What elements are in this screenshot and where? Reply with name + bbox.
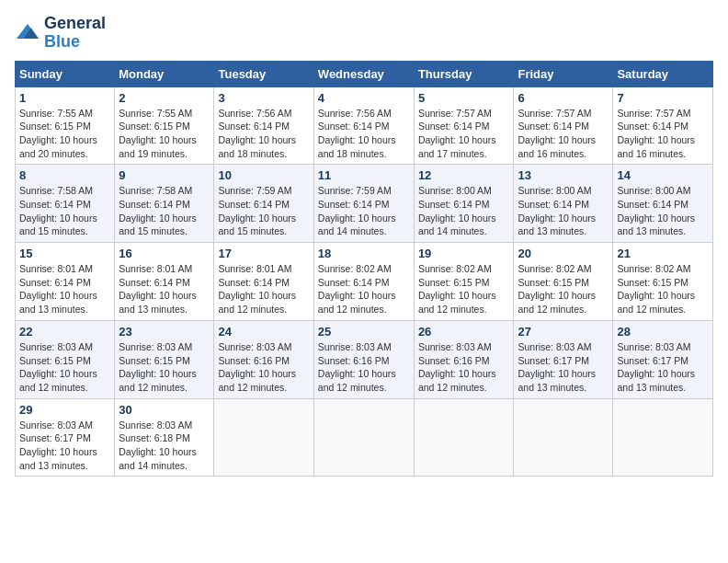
day-cell: 28Sunrise: 8:03 AMSunset: 6:17 PMDayligh… [613, 320, 713, 398]
header-cell-thursday: Thursday [414, 61, 514, 86]
logo: General Blue [15, 15, 106, 52]
day-info: Sunrise: 8:00 AMSunset: 6:14 PMDaylight:… [617, 184, 709, 238]
day-number: 20 [518, 247, 609, 260]
day-number: 25 [318, 325, 410, 339]
day-number: 16 [119, 247, 210, 260]
day-info: Sunrise: 7:56 AMSunset: 6:14 PMDaylight:… [218, 107, 309, 161]
day-number: 14 [617, 168, 709, 182]
day-info: Sunrise: 8:02 AMSunset: 6:14 PMDaylight:… [318, 262, 410, 316]
day-number: 19 [418, 247, 510, 260]
day-cell: 18Sunrise: 8:02 AMSunset: 6:14 PMDayligh… [313, 243, 414, 321]
day-number: 18 [318, 247, 410, 260]
day-number: 8 [19, 168, 110, 182]
day-info: Sunrise: 7:59 AMSunset: 6:14 PMDaylight:… [218, 184, 309, 238]
day-info: Sunrise: 8:02 AMSunset: 6:15 PMDaylight:… [418, 262, 510, 316]
week-row-3: 15Sunrise: 8:01 AMSunset: 6:14 PMDayligh… [16, 243, 713, 321]
day-info: Sunrise: 8:00 AMSunset: 6:14 PMDaylight:… [418, 184, 510, 238]
day-info: Sunrise: 8:03 AMSunset: 6:16 PMDaylight:… [418, 340, 510, 395]
day-number: 28 [617, 325, 709, 339]
day-number: 6 [518, 91, 609, 105]
day-number: 4 [318, 91, 410, 105]
day-number: 13 [518, 168, 609, 182]
day-cell: 21Sunrise: 8:02 AMSunset: 6:15 PMDayligh… [613, 243, 713, 321]
day-cell: 17Sunrise: 8:01 AMSunset: 6:14 PMDayligh… [214, 243, 313, 321]
day-info: Sunrise: 8:03 AMSunset: 6:17 PMDaylight:… [518, 340, 609, 395]
day-cell: 29Sunrise: 8:03 AMSunset: 6:17 PMDayligh… [16, 398, 115, 477]
day-cell: 25Sunrise: 8:03 AMSunset: 6:16 PMDayligh… [313, 320, 414, 398]
logo-icon [15, 20, 40, 46]
day-cell: 13Sunrise: 8:00 AMSunset: 6:14 PMDayligh… [514, 165, 613, 243]
header-cell-friday: Friday [514, 61, 613, 86]
day-info: Sunrise: 8:03 AMSunset: 6:17 PMDaylight:… [617, 340, 709, 395]
day-info: Sunrise: 8:00 AMSunset: 6:14 PMDaylight:… [518, 184, 609, 238]
day-cell: 12Sunrise: 8:00 AMSunset: 6:14 PMDayligh… [414, 165, 514, 243]
day-number: 7 [617, 91, 709, 105]
day-cell: 20Sunrise: 8:02 AMSunset: 6:15 PMDayligh… [514, 243, 613, 321]
calendar-body: 1Sunrise: 7:55 AMSunset: 6:15 PMDaylight… [16, 86, 713, 477]
day-info: Sunrise: 8:03 AMSunset: 6:17 PMDaylight:… [19, 419, 110, 473]
day-cell: 11Sunrise: 7:59 AMSunset: 6:14 PMDayligh… [313, 165, 414, 243]
day-number: 3 [218, 91, 309, 105]
header-cell-tuesday: Tuesday [214, 61, 313, 86]
day-number: 1 [19, 91, 110, 105]
day-number: 22 [19, 325, 110, 339]
day-cell: 19Sunrise: 8:02 AMSunset: 6:15 PMDayligh… [414, 243, 514, 321]
day-number: 9 [119, 168, 210, 182]
day-info: Sunrise: 7:57 AMSunset: 6:14 PMDaylight:… [617, 107, 709, 161]
calendar-table: SundayMondayTuesdayWednesdayThursdayFrid… [15, 61, 713, 477]
day-info: Sunrise: 8:01 AMSunset: 6:14 PMDaylight:… [19, 262, 110, 316]
day-info: Sunrise: 8:03 AMSunset: 6:16 PMDaylight:… [218, 340, 309, 395]
day-info: Sunrise: 8:02 AMSunset: 6:15 PMDaylight:… [518, 262, 609, 316]
day-number: 21 [617, 247, 709, 260]
day-cell: 26Sunrise: 8:03 AMSunset: 6:16 PMDayligh… [414, 320, 514, 398]
calendar-header: SundayMondayTuesdayWednesdayThursdayFrid… [16, 61, 713, 86]
day-number: 26 [418, 325, 510, 339]
day-number: 17 [218, 247, 309, 260]
day-cell: 7Sunrise: 7:57 AMSunset: 6:14 PMDaylight… [613, 86, 713, 165]
day-info: Sunrise: 7:57 AMSunset: 6:14 PMDaylight:… [518, 107, 609, 161]
day-cell: 9Sunrise: 7:58 AMSunset: 6:14 PMDaylight… [115, 165, 214, 243]
day-info: Sunrise: 7:58 AMSunset: 6:14 PMDaylight:… [19, 184, 110, 238]
header-cell-wednesday: Wednesday [313, 61, 414, 86]
day-info: Sunrise: 8:03 AMSunset: 6:15 PMDaylight:… [19, 340, 110, 395]
day-cell: 16Sunrise: 8:01 AMSunset: 6:14 PMDayligh… [115, 243, 214, 321]
day-cell: 22Sunrise: 8:03 AMSunset: 6:15 PMDayligh… [16, 320, 115, 398]
week-row-4: 22Sunrise: 8:03 AMSunset: 6:15 PMDayligh… [16, 320, 713, 398]
day-cell: 1Sunrise: 7:55 AMSunset: 6:15 PMDaylight… [16, 86, 115, 165]
day-cell [313, 398, 414, 477]
day-cell: 27Sunrise: 8:03 AMSunset: 6:17 PMDayligh… [514, 320, 613, 398]
day-info: Sunrise: 8:01 AMSunset: 6:14 PMDaylight:… [119, 262, 210, 316]
day-cell: 23Sunrise: 8:03 AMSunset: 6:15 PMDayligh… [115, 320, 214, 398]
day-number: 2 [119, 91, 210, 105]
day-info: Sunrise: 8:03 AMSunset: 6:16 PMDaylight:… [318, 340, 410, 395]
day-cell: 15Sunrise: 8:01 AMSunset: 6:14 PMDayligh… [16, 243, 115, 321]
header: General Blue [15, 15, 713, 52]
day-number: 27 [518, 325, 609, 339]
day-cell [214, 398, 313, 477]
day-cell: 5Sunrise: 7:57 AMSunset: 6:14 PMDaylight… [414, 86, 514, 165]
day-cell: 3Sunrise: 7:56 AMSunset: 6:14 PMDaylight… [214, 86, 313, 165]
day-cell: 2Sunrise: 7:55 AMSunset: 6:15 PMDaylight… [115, 86, 214, 165]
day-number: 15 [19, 247, 110, 260]
day-number: 12 [418, 168, 510, 182]
day-number: 23 [119, 325, 210, 339]
logo-text: General Blue [44, 15, 106, 52]
day-number: 11 [318, 168, 410, 182]
header-cell-saturday: Saturday [613, 61, 713, 86]
day-number: 10 [218, 168, 309, 182]
day-info: Sunrise: 7:55 AMSunset: 6:15 PMDaylight:… [19, 107, 110, 161]
day-cell: 10Sunrise: 7:59 AMSunset: 6:14 PMDayligh… [214, 165, 313, 243]
day-number: 24 [218, 325, 309, 339]
day-info: Sunrise: 8:03 AMSunset: 6:15 PMDaylight:… [119, 340, 210, 395]
day-cell [514, 398, 613, 477]
day-info: Sunrise: 8:01 AMSunset: 6:14 PMDaylight:… [218, 262, 309, 316]
day-cell [414, 398, 514, 477]
day-number: 29 [19, 403, 110, 417]
day-info: Sunrise: 8:02 AMSunset: 6:15 PMDaylight:… [617, 262, 709, 316]
day-info: Sunrise: 7:56 AMSunset: 6:14 PMDaylight:… [318, 107, 410, 161]
day-info: Sunrise: 7:57 AMSunset: 6:14 PMDaylight:… [418, 107, 510, 161]
day-number: 30 [119, 403, 210, 417]
week-row-2: 8Sunrise: 7:58 AMSunset: 6:14 PMDaylight… [16, 165, 713, 243]
day-cell: 4Sunrise: 7:56 AMSunset: 6:14 PMDaylight… [313, 86, 414, 165]
day-info: Sunrise: 7:55 AMSunset: 6:15 PMDaylight:… [119, 107, 210, 161]
